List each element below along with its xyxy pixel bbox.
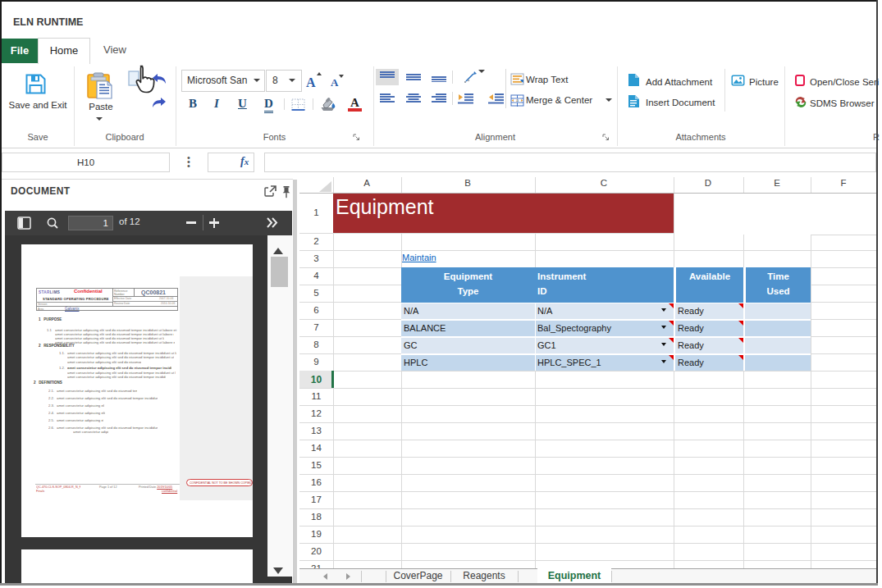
- svg-text:a: a: [516, 98, 519, 103]
